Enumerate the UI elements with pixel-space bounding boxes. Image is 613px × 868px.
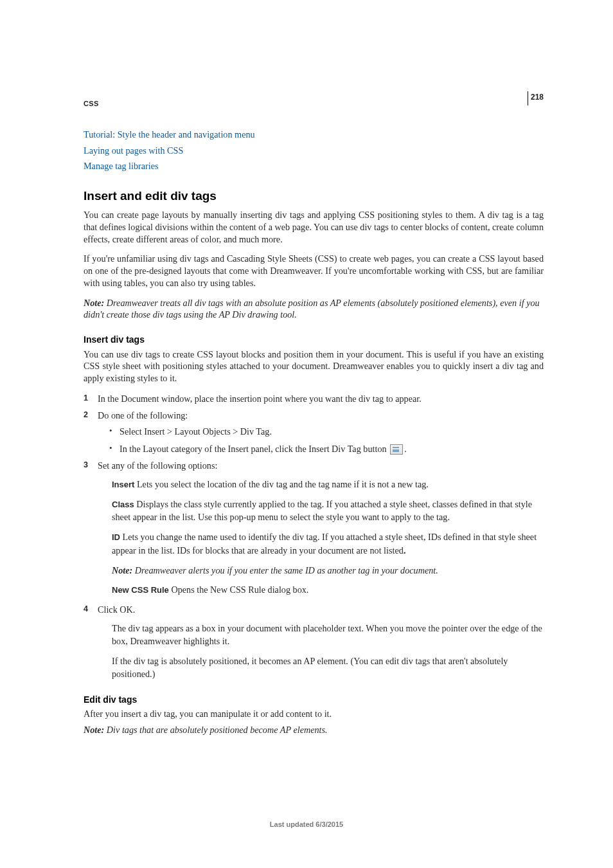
option-period: . (404, 545, 406, 556)
step-text: In the Document window, place the insert… (98, 393, 422, 404)
step-2: 2 Do one of the following: Select Insert… (84, 409, 544, 455)
substeps: Select Insert > Layout Objects > Div Tag… (98, 425, 544, 455)
step-number: 4 (84, 603, 88, 615)
note: Note: Div tags that are absolutely posit… (84, 724, 544, 736)
paragraph: You can create page layouts by manually … (84, 209, 544, 245)
paragraph: If you're unfamiliar using div tags and … (84, 253, 544, 289)
note-label: Note: (84, 298, 104, 308)
step-1: 1 In the Document window, place the inse… (84, 392, 544, 406)
option-id: ID Lets you change the name used to iden… (98, 530, 544, 557)
step-number: 3 (84, 459, 88, 471)
option-label: New CSS Rule (112, 585, 169, 595)
bullet-item: Select Insert > Layout Objects > Div Tag… (98, 425, 544, 439)
option-text: Lets you select the location of the div … (134, 479, 428, 489)
option-text: Opens the New CSS Rule dialog box. (169, 584, 309, 595)
page-number: 218 (528, 91, 544, 105)
paragraph: After you insert a div tag, you can mani… (84, 708, 544, 720)
step-detail: If the div tag is absolutely positioned,… (98, 655, 544, 681)
note-label: Note: (84, 725, 104, 735)
step-4: 4 Click OK. The div tag appears as a box… (84, 603, 544, 681)
step-number: 2 (84, 409, 88, 420)
option-class: Class Displays the class style currently… (98, 498, 544, 524)
option-insert: Insert Lets you select the location of t… (98, 478, 544, 491)
heading-edit-div-tags: Edit div tags (84, 694, 544, 705)
steps-list: 1 In the Document window, place the inse… (84, 392, 544, 681)
option-label: ID (112, 532, 120, 542)
page-content: Tutorial: Style the header and navigatio… (84, 129, 544, 736)
bullet-text-before-icon: In the Layout category of the Insert pan… (120, 444, 389, 454)
step-detail: The div tag appears as a box in your doc… (98, 622, 544, 648)
chapter-label: CSS (84, 100, 99, 107)
step-text: Set any of the following options: (98, 460, 217, 471)
note-text: Div tags that are absolutely positioned … (104, 725, 327, 735)
option-label: Insert (112, 480, 134, 489)
option-text: Displays the class style currently appli… (112, 499, 532, 523)
note-label: Note: (112, 565, 132, 575)
paragraph: You can use div tags to create CSS layou… (84, 348, 544, 384)
note-text: Dreamweaver treats all div tags with an … (84, 298, 540, 320)
option-label: Class (112, 500, 134, 509)
step-text: Do one of the following: (98, 410, 188, 420)
page-number-text: 218 (531, 91, 544, 102)
option-text: Lets you change the name used to identif… (112, 532, 537, 556)
note-text: Dreamweaver alerts you if you enter the … (132, 565, 438, 575)
option-new-css-rule: New CSS Rule Opens the New CSS Rule dial… (98, 583, 544, 597)
bullet-item: In the Layout category of the Insert pan… (98, 442, 544, 456)
link-laying-out-pages[interactable]: Laying out pages with CSS (84, 145, 544, 157)
step-3: 3 Set any of the following options: Inse… (84, 459, 544, 597)
bullet-text-after-icon: . (404, 444, 407, 454)
insert-div-tag-button-icon (390, 444, 403, 455)
heading-insert-div-tags: Insert div tags (84, 334, 544, 345)
step-text: Click OK. (98, 604, 135, 615)
step-number: 1 (84, 392, 88, 404)
footer-last-updated: Last updated 6/3/2015 (0, 820, 613, 828)
note: Note: Dreamweaver alerts you if you ente… (98, 564, 544, 577)
heading-insert-and-edit-div-tags: Insert and edit div tags (84, 188, 544, 204)
link-tutorial-style-header[interactable]: Tutorial: Style the header and navigatio… (84, 129, 544, 141)
note: Note: Dreamweaver treats all div tags wi… (84, 297, 544, 321)
link-manage-tag-libraries[interactable]: Manage tag libraries (84, 160, 544, 172)
